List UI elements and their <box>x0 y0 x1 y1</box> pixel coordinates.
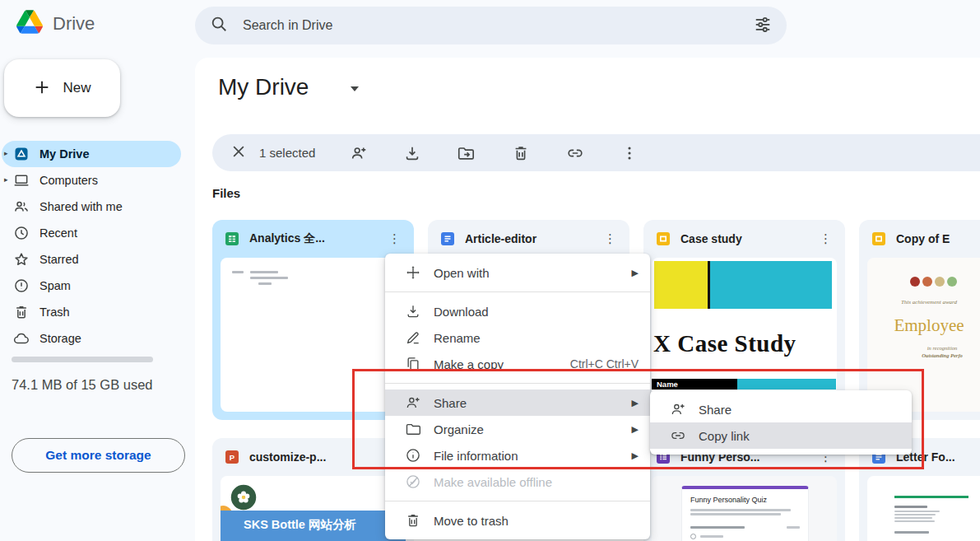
menu-item-file-information[interactable]: File information ▶ <box>385 442 650 469</box>
brand: Drive <box>16 10 95 37</box>
menu-item-make-a-copy[interactable]: Make a copy Ctrl+C Ctrl+V <box>385 351 650 377</box>
new-button[interactable]: New <box>4 59 120 117</box>
thumbnail-text: in recognition <box>889 345 980 351</box>
submenu-arrow-icon: ▶ <box>632 424 639 435</box>
share-person-add-icon <box>405 394 421 411</box>
submenu-arrow-icon: ▶ <box>632 450 639 461</box>
menu-item-label: Download <box>434 305 639 319</box>
submenu-arrow-icon: ▶ <box>632 398 639 408</box>
menu-divider <box>385 501 650 501</box>
menu-item-move-to-trash[interactable]: Move to trash <box>385 507 650 534</box>
download-icon <box>405 303 421 319</box>
close-icon[interactable] <box>230 143 247 163</box>
menu-item-label: Organize <box>434 422 632 436</box>
info-icon <box>405 447 421 464</box>
submenu-item-copy-link[interactable]: Copy link <box>650 422 912 449</box>
search-input[interactable]: Search in Drive <box>243 18 332 33</box>
thumbnail-text: This achievement award <box>875 299 980 305</box>
share-person-add-icon[interactable] <box>350 144 368 162</box>
file-title: Copy of E <box>896 232 980 245</box>
my-drive-icon <box>13 146 30 162</box>
menu-item-open-with[interactable]: Open with ▶ <box>385 259 650 286</box>
more-vert-icon[interactable]: ⋮ <box>815 231 837 246</box>
search-icon[interactable] <box>210 15 228 36</box>
get-more-storage-button[interactable]: Get more storage <box>12 438 185 473</box>
storage-icon <box>13 330 30 347</box>
offline-check-icon <box>405 473 421 490</box>
link-icon[interactable] <box>566 144 584 162</box>
more-vert-icon[interactable] <box>620 144 639 162</box>
search-options-icon[interactable] <box>754 15 772 36</box>
open-with-icon <box>405 264 421 281</box>
file-thumbnail: SKS Bottle 网站分析 <box>221 476 406 541</box>
sidebar-item-trash[interactable]: Trash <box>0 299 195 325</box>
thumbnail-text: Funny Personality Quiz <box>690 496 767 504</box>
thumbnail-text: Outstanding Perfo <box>889 352 980 358</box>
expand-arrow-icon[interactable]: ▸ <box>4 175 12 184</box>
app-title: Drive <box>53 13 95 35</box>
google-drive-window: Drive Search in Drive New <box>0 0 980 541</box>
menu-item-label: Share <box>434 396 632 410</box>
sidebar-item-recent[interactable]: Recent <box>0 220 195 246</box>
submenu-item-label: Share <box>699 403 900 417</box>
submenu-item-share[interactable]: Share <box>650 396 912 422</box>
file-thumbnail: Funny Personality Quiz <box>652 476 837 541</box>
expand-arrow-icon[interactable]: ▸ <box>4 149 12 157</box>
computers-icon <box>13 172 30 189</box>
move-folder-icon[interactable] <box>457 144 475 162</box>
trash-icon <box>405 512 421 529</box>
menu-item-label: Rename <box>434 331 639 345</box>
file-thumbnail: This achievement award Employee in recog… <box>867 258 980 412</box>
sidebar-item-spam[interactable]: Spam <box>0 273 195 299</box>
chevron-down-icon[interactable] <box>351 86 359 91</box>
sidebar-item-label: Computers <box>39 174 98 187</box>
menu-divider <box>385 383 650 384</box>
sidebar-item-starred[interactable]: Starred <box>0 246 195 273</box>
slides-file-icon <box>657 232 670 245</box>
sidebar-item-storage[interactable]: Storage <box>0 325 195 352</box>
download-icon[interactable] <box>403 144 421 162</box>
menu-item-label: Open with <box>434 266 632 280</box>
sidebar-item-computers[interactable]: ▸ Computers <box>0 167 195 194</box>
share-person-add-icon <box>670 401 686 417</box>
recent-icon <box>13 225 30 241</box>
thumbnail-text: Employee <box>875 315 980 336</box>
file-card-customize[interactable]: P customize-p... ⋮ SKS Bottle 网站分析 <box>212 438 414 541</box>
docs-file-icon <box>441 232 454 245</box>
sidebar-item-label: Storage <box>39 332 81 345</box>
spam-icon <box>13 277 30 294</box>
thumbnail-text: Name <box>652 379 737 389</box>
starred-icon <box>13 251 30 268</box>
menu-item-organize[interactable]: Organize ▶ <box>385 416 650 442</box>
sidebar-item-label: Shared with me <box>39 200 123 213</box>
sidebar-item-label: Trash <box>39 305 70 319</box>
menu-item-label: Make a copy <box>434 357 570 371</box>
file-thumbnail: X Case Study Name <box>652 258 837 412</box>
menu-shortcut: Ctrl+C Ctrl+V <box>570 357 639 371</box>
sidebar-item-shared-with-me[interactable]: Shared with me <box>0 194 195 220</box>
sidebar-item-my-drive[interactable]: ▸ My Drive <box>0 141 195 167</box>
submenu-arrow-icon: ▶ <box>632 268 639 278</box>
thumbnail-text: X Case Study <box>653 330 797 357</box>
menu-item-share[interactable]: Share ▶ <box>385 389 650 416</box>
menu-item-download[interactable]: Download <box>385 298 650 324</box>
more-vert-icon[interactable]: ⋮ <box>383 231 406 246</box>
file-title: Case study <box>680 232 804 245</box>
shared-with-me-icon <box>13 198 30 215</box>
slides-file-icon <box>872 232 885 245</box>
file-card-analytics[interactable]: Analytics 全... ⋮ <box>212 220 414 420</box>
page-title[interactable]: My Drive <box>218 74 309 100</box>
search-bar[interactable]: Search in Drive <box>195 7 787 44</box>
storage-progress-bar <box>12 357 153 362</box>
powerpoint-file-icon: P <box>225 450 239 464</box>
file-title: Analytics 全... <box>249 231 373 246</box>
selected-count: 1 selected <box>259 146 315 160</box>
organize-folder-icon <box>405 421 421 437</box>
trash-icon[interactable] <box>512 144 530 162</box>
link-icon <box>670 427 686 444</box>
trash-icon <box>13 304 30 320</box>
menu-item-rename[interactable]: Rename <box>385 324 650 351</box>
selection-toolbar: 1 selected <box>212 134 980 171</box>
menu-item-label: File information <box>434 449 632 463</box>
more-vert-icon[interactable]: ⋮ <box>599 231 621 246</box>
